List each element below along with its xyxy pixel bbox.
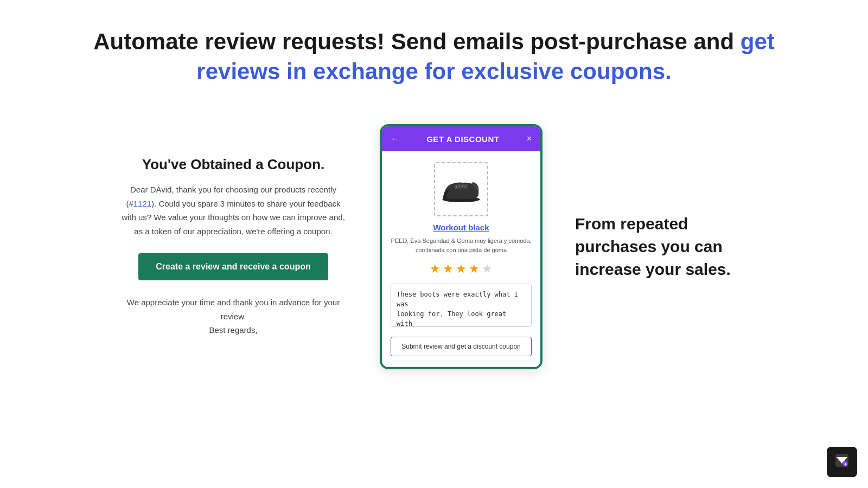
- svg-text:✦: ✦: [844, 462, 847, 467]
- phone-mockup: ← GET A DISCOUNT ×: [380, 124, 542, 369]
- close-icon[interactable]: ×: [527, 134, 532, 144]
- email-title: You've Obtained a Coupon.: [119, 156, 347, 173]
- product-desc: PEED, Eva Seguridad & Goma muy ligera y …: [391, 236, 532, 254]
- email-section: You've Obtained a Coupon. Dear DAvid, th…: [119, 156, 347, 337]
- main-content: You've Obtained a Coupon. Dear DAvid, th…: [0, 102, 868, 391]
- review-textarea[interactable]: These boots were exactly what I was look…: [391, 284, 532, 327]
- create-review-button[interactable]: Create a review and receive a coupon: [138, 253, 328, 280]
- badge[interactable]: ✦: [827, 447, 857, 477]
- product-name[interactable]: Workout black: [391, 223, 532, 232]
- email-body: Dear DAvid, thank you for choosing our p…: [119, 183, 347, 238]
- header-title-black: Automate review requests! Send emails po…: [93, 29, 734, 54]
- email-footer-line1: We appreciate your time and thank you in…: [119, 296, 347, 323]
- email-footer-line2: Best regards,: [119, 323, 347, 337]
- phone-body: Workout black PEED, Eva Seguridad & Goma…: [382, 151, 540, 367]
- product-image: [434, 162, 488, 216]
- shoe-svg-image: [439, 173, 483, 206]
- star-3: ★: [456, 262, 467, 276]
- star-5: ★: [482, 262, 493, 276]
- header-section: Automate review requests! Send emails po…: [0, 0, 868, 102]
- header-title: Automate review requests! Send emails po…: [54, 27, 814, 86]
- star-4: ★: [469, 262, 480, 276]
- star-rating: ★ ★ ★ ★ ★: [391, 262, 532, 276]
- right-section: From repeated purchases you can increase…: [575, 213, 749, 281]
- star-2: ★: [443, 262, 454, 276]
- email-footer: We appreciate your time and thank you in…: [119, 296, 347, 337]
- badge-svg: ✦: [834, 453, 850, 468]
- submit-review-button[interactable]: Submit review and get a discount coupon: [391, 337, 532, 356]
- back-icon[interactable]: ←: [391, 134, 399, 144]
- email-body-part2: ). Could you spare 3 minutes to share yo…: [122, 199, 345, 236]
- star-1: ★: [430, 262, 441, 276]
- page: Automate review requests! Send emails po…: [0, 0, 868, 488]
- order-link[interactable]: #1121: [129, 199, 151, 208]
- phone-header-title: GET A DISCOUNT: [399, 134, 527, 144]
- badge-icon: ✦: [834, 453, 850, 471]
- phone-header: ← GET A DISCOUNT ×: [382, 126, 540, 151]
- right-text: From repeated purchases you can increase…: [575, 213, 749, 281]
